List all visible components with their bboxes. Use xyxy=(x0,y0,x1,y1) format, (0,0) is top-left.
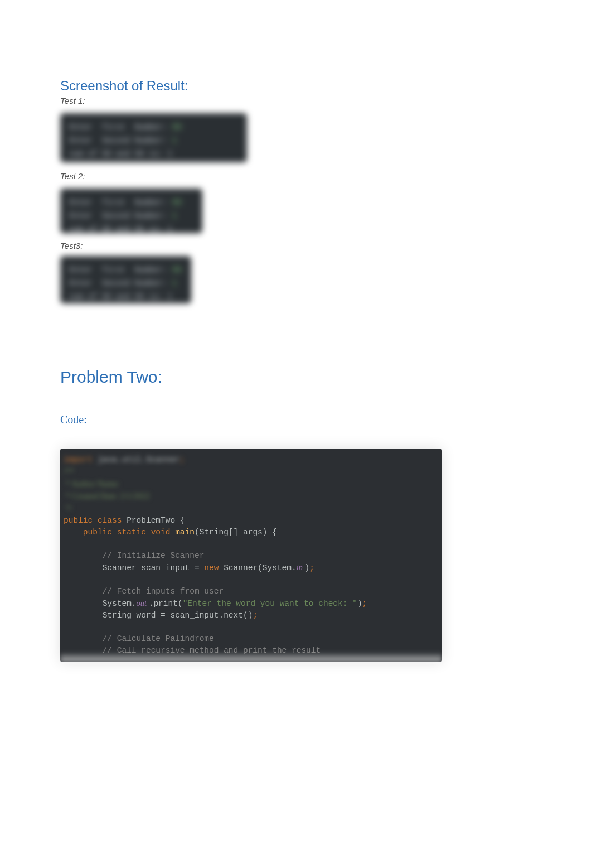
terminal-output-test-2: Enter first Number: 99 Enter Second Numb… xyxy=(60,189,202,233)
label-test-2: Test 2: xyxy=(60,171,532,181)
label-test-3: Test3: xyxy=(60,241,532,250)
code-javadoc: /** xyxy=(64,467,74,476)
code-keyword-import: import xyxy=(64,455,93,464)
terminal-output-test-3: Enter first Number: 99 Enter Second Numb… xyxy=(60,256,191,303)
code-block-problem-two: import java.util.Scanner; /** * Author N… xyxy=(60,449,442,662)
terminal-output-test-1: Enter first Number: 99 Enter Second Numb… xyxy=(60,113,247,162)
heading-code: Code: xyxy=(60,413,532,426)
heading-problem-two: Problem Two: xyxy=(60,368,532,387)
heading-screenshot-result: Screenshot of Result: xyxy=(60,78,532,94)
label-test-1: Test 1: xyxy=(60,96,532,105)
